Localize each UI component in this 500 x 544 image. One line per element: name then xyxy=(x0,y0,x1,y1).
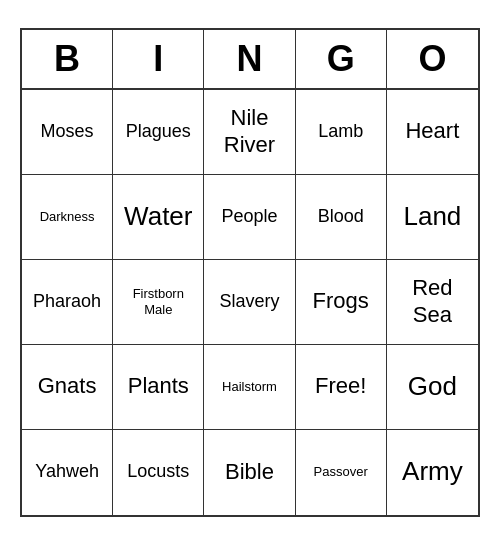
header-letter: N xyxy=(204,30,295,88)
bingo-cell: Passover xyxy=(296,430,387,515)
header-letter: O xyxy=(387,30,478,88)
bingo-cell: Slavery xyxy=(204,260,295,345)
cell-label: Plagues xyxy=(126,121,191,143)
cell-label: Frogs xyxy=(313,288,369,314)
cell-label: Gnats xyxy=(38,373,97,399)
bingo-cell: Plants xyxy=(113,345,204,430)
cell-label: Blood xyxy=(318,206,364,228)
cell-label: Firstborn Male xyxy=(117,286,199,317)
bingo-cell: God xyxy=(387,345,478,430)
cell-label: Moses xyxy=(41,121,94,143)
bingo-cell: Gnats xyxy=(22,345,113,430)
bingo-cell: Hailstorm xyxy=(204,345,295,430)
bingo-cell: Red Sea xyxy=(387,260,478,345)
bingo-cell: Bible xyxy=(204,430,295,515)
bingo-cell: Plagues xyxy=(113,90,204,175)
cell-label: Free! xyxy=(315,373,366,399)
header-letter: I xyxy=(113,30,204,88)
bingo-card: BINGO MosesPlaguesNile RiverLambHeartDar… xyxy=(20,28,480,517)
cell-label: Passover xyxy=(314,464,368,480)
cell-label: God xyxy=(408,371,457,402)
cell-label: Darkness xyxy=(40,209,95,225)
cell-label: Slavery xyxy=(219,291,279,313)
bingo-cell: Yahweh xyxy=(22,430,113,515)
bingo-cell: Nile River xyxy=(204,90,295,175)
bingo-cell: Army xyxy=(387,430,478,515)
bingo-cell: Water xyxy=(113,175,204,260)
cell-label: Army xyxy=(402,456,463,487)
bingo-cell: Locusts xyxy=(113,430,204,515)
bingo-cell: Frogs xyxy=(296,260,387,345)
bingo-cell: Pharaoh xyxy=(22,260,113,345)
cell-label: Water xyxy=(124,201,192,232)
bingo-header: BINGO xyxy=(22,30,478,90)
cell-label: Red Sea xyxy=(391,275,474,328)
bingo-cell: Firstborn Male xyxy=(113,260,204,345)
cell-label: Nile River xyxy=(208,105,290,158)
bingo-cell: Free! xyxy=(296,345,387,430)
cell-label: Pharaoh xyxy=(33,291,101,313)
bingo-grid: MosesPlaguesNile RiverLambHeartDarknessW… xyxy=(22,90,478,515)
cell-label: Hailstorm xyxy=(222,379,277,395)
cell-label: Heart xyxy=(405,118,459,144)
bingo-cell: Blood xyxy=(296,175,387,260)
cell-label: Land xyxy=(403,201,461,232)
bingo-cell: Moses xyxy=(22,90,113,175)
cell-label: Locusts xyxy=(127,461,189,483)
cell-label: People xyxy=(221,206,277,228)
cell-label: Lamb xyxy=(318,121,363,143)
cell-label: Yahweh xyxy=(35,461,99,483)
cell-label: Bible xyxy=(225,459,274,485)
bingo-cell: People xyxy=(204,175,295,260)
bingo-cell: Lamb xyxy=(296,90,387,175)
header-letter: B xyxy=(22,30,113,88)
bingo-cell: Land xyxy=(387,175,478,260)
bingo-cell: Heart xyxy=(387,90,478,175)
header-letter: G xyxy=(296,30,387,88)
bingo-cell: Darkness xyxy=(22,175,113,260)
cell-label: Plants xyxy=(128,373,189,399)
